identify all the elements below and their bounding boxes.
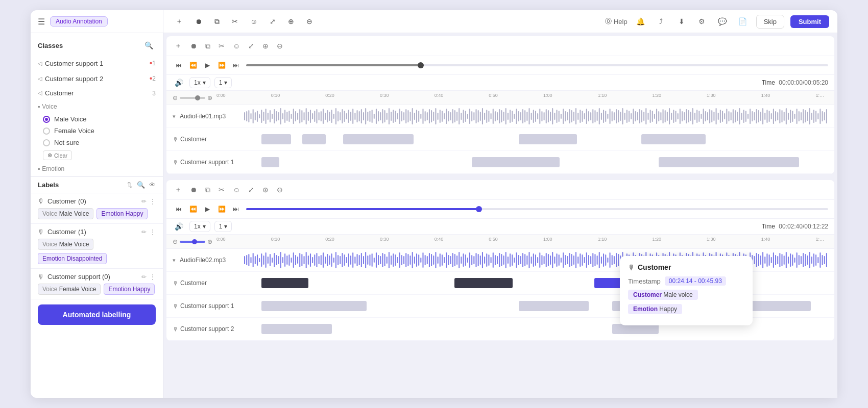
submit-button[interactable]: Submit [790, 15, 829, 28]
bell-icon[interactable]: 🔔 [634, 14, 648, 29]
p1-cut-icon[interactable]: ✂ [216, 41, 227, 51]
segment[interactable] [519, 301, 589, 311]
panel1-waveform-area[interactable]: // This will be rendered as static SVG r… [244, 107, 828, 125]
voice-option-male[interactable]: Male Voice [38, 113, 156, 125]
voice-option-female[interactable]: Female Voice [38, 125, 156, 137]
labels-view-icon[interactable]: 👁 [149, 181, 156, 189]
segment[interactable] [261, 134, 291, 144]
p2-zoom-out-icon[interactable]: ⊖ [275, 185, 285, 195]
p1-rewind-icon[interactable]: ⏮ [173, 59, 185, 71]
voice-tag-1[interactable]: Voice Male Voice [38, 239, 93, 250]
panel2-seek-handle[interactable] [476, 206, 482, 212]
emotion-tag-2[interactable]: Emotion Happy [104, 284, 155, 295]
zoom-out-icon[interactable]: ⊖ [302, 15, 317, 28]
p1-speaker-icon[interactable]: 🔊 [173, 78, 185, 88]
label-edit-0[interactable]: ✏ [141, 198, 147, 205]
panel2-channel-select[interactable]: 1 ▾ [214, 221, 232, 232]
p2-zoom-handle[interactable] [192, 239, 197, 244]
p1-expand-toggle[interactable]: ▾ [173, 113, 176, 120]
download-icon[interactable]: ⬇ [674, 14, 689, 29]
voice-option-notsure[interactable]: Not sure [38, 137, 156, 148]
label-more-0[interactable]: ⋮ [150, 198, 156, 205]
copy-icon[interactable]: ⧉ [210, 15, 224, 28]
segment[interactable] [261, 324, 331, 334]
panel1-customer-segments[interactable] [244, 130, 828, 148]
expand-icon[interactable]: ⤢ [266, 15, 280, 28]
p2-ruler-zoom-out[interactable]: ⊖ [173, 238, 178, 245]
p2-add-icon[interactable]: ＋ [173, 184, 184, 195]
skip-button[interactable]: Skip [756, 15, 784, 29]
share-icon[interactable]: ⤴ [654, 14, 668, 29]
class-item-customer-support-1[interactable]: ◁ Customer support 1 • 1 [31, 56, 163, 71]
p2-expand-icon[interactable]: ⤢ [246, 185, 256, 195]
panel1-seek-bar[interactable] [246, 64, 828, 66]
p2-cut-icon[interactable]: ✂ [216, 185, 227, 195]
tooltip-emotion-tag[interactable]: Emotion Happy [628, 304, 682, 314]
segment[interactable] [302, 134, 326, 144]
p2-smiley-icon[interactable]: ☺ [231, 185, 242, 195]
p2-speaker-icon[interactable]: 🔊 [173, 221, 185, 232]
p2-step-fwd-icon[interactable]: ⏩ [215, 203, 228, 215]
p1-ruler-zoom-in[interactable]: ⊕ [207, 94, 212, 101]
smiley-icon[interactable]: ☺ [246, 15, 261, 28]
panel1-channel-select[interactable]: 1 ▾ [214, 77, 232, 88]
p1-step-back-icon[interactable]: ⏪ [187, 59, 199, 71]
p2-ruler-zoom-in[interactable]: ⊕ [207, 238, 212, 245]
p1-zoom-slider[interactable] [180, 97, 205, 99]
segment[interactable] [612, 324, 659, 334]
p1-zoom-in-icon[interactable]: ⊕ [260, 41, 271, 51]
p1-ruler-zoom-out[interactable]: ⊖ [173, 94, 178, 101]
segment[interactable] [343, 134, 413, 144]
p1-expand-icon[interactable]: ⤢ [246, 41, 256, 51]
p2-copy-icon[interactable]: ⧉ [203, 185, 212, 195]
p1-step-fwd-icon[interactable]: ⏩ [215, 59, 228, 71]
clear-button[interactable]: ⊗ Clear [43, 150, 72, 160]
p1-ffwd-icon[interactable]: ⏭ [230, 59, 242, 71]
segment-dark[interactable] [261, 278, 308, 288]
p2-zoom-in-icon[interactable]: ⊕ [260, 185, 271, 195]
zoom-in-icon[interactable]: ⊕ [284, 15, 298, 28]
class-item-customer-support-2[interactable]: ◁ Customer support 2 • 2 [31, 71, 163, 86]
segment[interactable] [261, 301, 367, 311]
segment[interactable] [519, 134, 577, 144]
segment[interactable] [472, 157, 560, 167]
labels-search-icon[interactable]: 🔍 [137, 181, 145, 189]
panel1-speed-select[interactable]: 1x ▾ [189, 77, 210, 88]
voice-tag-2[interactable]: Voice Female Voice [38, 284, 101, 295]
p1-copy-icon[interactable]: ⧉ [203, 41, 212, 52]
p2-rewind-icon[interactable]: ⏮ [173, 203, 185, 215]
p1-add-icon[interactable]: ＋ [173, 40, 184, 52]
segment[interactable] [261, 157, 279, 167]
label-more-2[interactable]: ⋮ [150, 273, 156, 280]
p2-step-back-icon[interactable]: ⏪ [187, 203, 199, 215]
add-icon[interactable]: ＋ [172, 15, 187, 28]
p1-zoom-handle[interactable] [195, 95, 200, 100]
hamburger-icon[interactable]: ☰ [38, 17, 45, 27]
panel1-support1-segments[interactable] [244, 153, 828, 171]
emotion-tag-1[interactable]: Emotion Disappointed [38, 253, 107, 264]
classes-search-icon[interactable]: 🔍 [141, 38, 156, 53]
label-edit-1[interactable]: ✏ [141, 228, 147, 236]
p1-smiley-icon[interactable]: ☺ [231, 41, 242, 51]
voice-tag-0[interactable]: Voice Male Voice [38, 208, 93, 219]
segment[interactable] [641, 134, 706, 144]
p2-play-icon[interactable]: ▶ [201, 203, 213, 215]
label-more-1[interactable]: ⋮ [150, 228, 156, 236]
segment[interactable] [659, 157, 799, 167]
emotion-tag-0[interactable]: Emotion Happy [97, 208, 148, 219]
record-icon[interactable]: ⏺ [191, 15, 206, 28]
p2-record-icon[interactable]: ⏺ [188, 185, 199, 195]
segment-dark[interactable] [454, 278, 513, 288]
chat-icon[interactable]: 💬 [715, 14, 730, 29]
panel2-seek-bar[interactable] [246, 208, 828, 210]
settings-icon[interactable]: ⚙ [695, 14, 709, 29]
automated-labelling-button[interactable]: Automated labelling [38, 304, 156, 325]
panel1-seek-handle[interactable] [418, 62, 424, 68]
p2-zoom-slider[interactable] [180, 241, 205, 243]
tooltip-customer-tag[interactable]: Customer Male voice [628, 290, 698, 300]
label-edit-2[interactable]: ✏ [141, 273, 147, 280]
cut-icon[interactable]: ✂ [228, 15, 242, 28]
help-button[interactable]: ⓪ Help [605, 17, 628, 26]
labels-sort-icon[interactable]: ⇅ [127, 181, 133, 189]
class-item-customer[interactable]: ◁ Customer 3 [31, 86, 163, 100]
